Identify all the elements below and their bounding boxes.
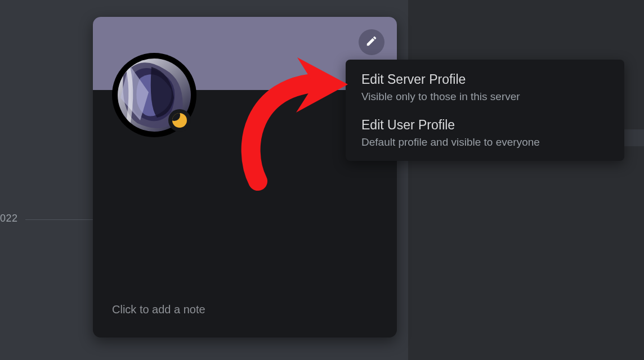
- background-right-panel: [408, 0, 644, 360]
- edit-profile-menu: Edit Server Profile Visible only to thos…: [346, 60, 624, 161]
- menu-item-title: Edit User Profile: [361, 118, 609, 133]
- idle-moon-icon: [172, 113, 187, 128]
- menu-item-edit-server-profile[interactable]: Edit Server Profile Visible only to thos…: [361, 72, 609, 103]
- pencil-icon: [365, 35, 378, 50]
- menu-item-subtitle: Visible only to those in this server: [361, 91, 609, 103]
- edit-profile-button[interactable]: [359, 29, 384, 55]
- menu-item-edit-user-profile[interactable]: Edit User Profile Default profile and vi…: [361, 118, 609, 148]
- timeline-divider: [25, 219, 93, 220]
- presence-status-idle: [168, 109, 191, 132]
- menu-item-subtitle: Default profile and visible to everyone: [361, 136, 609, 148]
- menu-item-title: Edit Server Profile: [361, 72, 609, 87]
- note-input[interactable]: [112, 303, 378, 316]
- avatar[interactable]: [112, 53, 196, 137]
- timeline-year-label: 022: [0, 213, 18, 224]
